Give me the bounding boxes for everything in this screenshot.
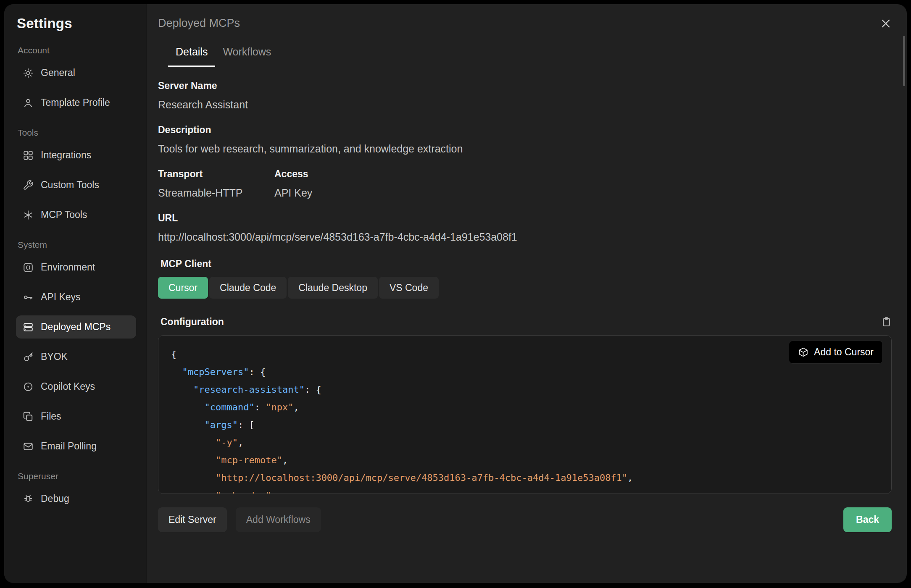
bug-icon	[23, 494, 34, 504]
url-value: http://localhost:3000/api/mcp/serve/4853…	[158, 231, 892, 243]
copy-icon	[23, 411, 34, 422]
code-line: "mcpServers": {	[171, 363, 879, 381]
mcp-client-selector: Cursor Claude Code Claude Desktop VS Cod…	[158, 277, 892, 299]
sidebar-item-mcp-tools[interactable]: MCP Tools	[16, 203, 136, 226]
url-label: URL	[158, 213, 892, 224]
code-line: "http://localhost:3000/api/mcp/serve/485…	[171, 469, 879, 487]
sidebar-item-label: Copilot Keys	[41, 381, 95, 392]
blocks-icon	[23, 150, 34, 161]
sidebar-item-template-profile[interactable]: Template Profile	[16, 91, 136, 114]
sidebar-item-label: BYOK	[41, 351, 68, 362]
config-code: { "mcpServers": { "research-assistant": …	[171, 346, 879, 494]
code-line: "command": "npx",	[171, 399, 879, 416]
code-line: "-y",	[171, 434, 879, 452]
envelope-icon	[23, 441, 34, 452]
cursor-logo-icon	[798, 347, 808, 357]
add-workflows-button[interactable]: Add Workflows	[236, 507, 321, 532]
access-value: API Key	[274, 187, 312, 199]
client-button-cursor[interactable]: Cursor	[158, 277, 208, 299]
client-button-vs-code[interactable]: VS Code	[379, 277, 439, 299]
description-label: Description	[158, 124, 892, 136]
settings-sidebar: Settings Account General Template Profil…	[4, 4, 147, 583]
sidebar-item-general[interactable]: General	[16, 61, 136, 84]
sidebar-item-custom-tools[interactable]: Custom Tools	[16, 173, 136, 197]
sidebar-item-deployed-mcps[interactable]: Deployed MCPs	[16, 315, 136, 339]
section-label-tools: Tools	[18, 128, 136, 138]
target-icon	[23, 381, 34, 392]
description-value: Tools for web research, summarization, a…	[158, 143, 892, 155]
code-line: "--header"	[171, 487, 879, 494]
sidebar-item-environment[interactable]: Environment	[16, 256, 136, 279]
mcp-client-label: MCP Client	[161, 258, 892, 270]
tab-details[interactable]: Details	[168, 46, 215, 67]
sidebar-item-label: MCP Tools	[41, 209, 87, 220]
person-icon	[23, 97, 34, 108]
sidebar-item-label: Debug	[41, 493, 69, 504]
footer-actions: Edit Server Add Workflows Back	[158, 507, 892, 532]
clipboard-icon[interactable]	[881, 317, 892, 327]
server-name-label: Server Name	[158, 80, 892, 92]
sidebar-item-label: Custom Tools	[41, 179, 99, 191]
configuration-label: Configuration	[161, 316, 224, 328]
settings-modal: Settings Account General Template Profil…	[4, 4, 907, 583]
edit-server-button[interactable]: Edit Server	[158, 507, 227, 532]
sidebar-item-integrations[interactable]: Integrations	[16, 144, 136, 167]
scrollbar-thumb[interactable]	[903, 36, 905, 86]
deployed-mcps-panel: Deployed MCPs Details Workflows Server N…	[147, 4, 907, 583]
configuration-row: Configuration	[158, 316, 892, 328]
settings-title: Settings	[17, 15, 136, 32]
wrench-icon	[23, 180, 34, 191]
transport-label: Transport	[158, 168, 274, 180]
key-diagonal-icon	[23, 352, 34, 362]
panel-title: Deployed MCPs	[158, 17, 240, 30]
code-line: "mcp-remote",	[171, 452, 879, 469]
close-icon[interactable]	[880, 18, 892, 29]
sidebar-item-label: General	[41, 67, 75, 79]
configuration-code-block[interactable]: { "mcpServers": { "research-assistant": …	[158, 335, 892, 494]
sidebar-item-byok[interactable]: BYOK	[16, 345, 136, 368]
client-button-claude-code[interactable]: Claude Code	[209, 277, 287, 299]
sidebar-item-label: Files	[41, 411, 61, 422]
braces-box-icon	[23, 262, 34, 273]
add-to-cursor-label: Add to Cursor	[814, 346, 874, 358]
code-line: "args": [	[171, 416, 879, 434]
sidebar-item-copilot-keys[interactable]: Copilot Keys	[16, 375, 136, 398]
tab-bar: Details Workflows	[158, 46, 892, 67]
transport-value: Streamable-HTTP	[158, 187, 274, 199]
code-line: {	[171, 346, 879, 363]
back-button[interactable]: Back	[843, 507, 892, 532]
key-icon	[23, 292, 34, 303]
section-label-superuser: Superuser	[18, 471, 136, 481]
add-to-cursor-button[interactable]: Add to Cursor	[789, 341, 883, 364]
sidebar-item-label: Deployed MCPs	[41, 321, 111, 333]
sidebar-item-label: Email Polling	[41, 441, 97, 452]
gear-icon	[23, 68, 34, 79]
tab-workflows[interactable]: Workflows	[215, 46, 279, 67]
sidebar-item-label: Template Profile	[41, 97, 110, 108]
sidebar-item-api-keys[interactable]: API Keys	[16, 286, 136, 309]
sidebar-item-files[interactable]: Files	[16, 405, 136, 428]
sidebar-item-label: Environment	[41, 262, 95, 273]
section-label-system: System	[18, 240, 136, 250]
mcp-icon	[23, 210, 34, 220]
client-button-claude-desktop[interactable]: Claude Desktop	[288, 277, 378, 299]
sidebar-item-label: Integrations	[41, 150, 91, 161]
sidebar-item-email-polling[interactable]: Email Polling	[16, 435, 136, 458]
sidebar-item-debug[interactable]: Debug	[16, 487, 136, 510]
section-label-account: Account	[18, 45, 136, 55]
server-name-value: Research Assistant	[158, 99, 892, 111]
server-stack-icon	[23, 322, 34, 333]
sidebar-item-label: API Keys	[41, 291, 81, 303]
panel-header: Deployed MCPs	[158, 17, 892, 30]
code-line: "research-assistant": {	[171, 381, 879, 399]
transport-access-row: Transport Streamable-HTTP Access API Key	[158, 155, 892, 199]
access-label: Access	[274, 168, 312, 180]
